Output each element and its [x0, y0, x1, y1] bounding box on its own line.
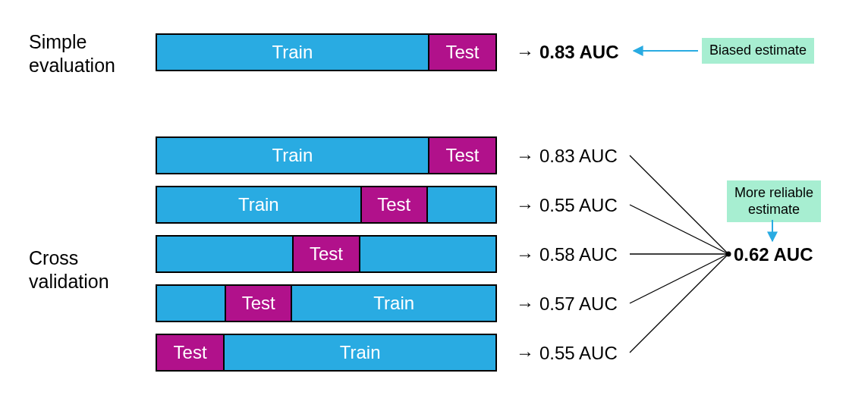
section-label-simple-text: Simple evaluation: [29, 31, 115, 76]
cv-bar-4: Test Train: [156, 284, 497, 322]
cv1-train: Train: [157, 138, 428, 173]
test-label: Test: [310, 243, 343, 265]
svg-line-7: [630, 254, 728, 353]
section-label-simple: Simple evaluation: [29, 30, 115, 78]
cv-result-4: 0.57 AUC: [539, 293, 618, 315]
simple-train-segment: Train: [157, 35, 428, 70]
arrow-icon: →: [516, 195, 534, 216]
cv4-train-left: [157, 286, 225, 321]
cv5-train: Train: [225, 335, 495, 370]
cv2-train-left: Train: [157, 187, 360, 222]
arrow-icon: →: [516, 343, 534, 364]
test-label: Test: [445, 42, 479, 63]
train-label: Train: [373, 293, 414, 314]
train-label: Train: [272, 145, 313, 166]
cv-bar-5: Test Train: [156, 334, 497, 372]
svg-line-3: [630, 155, 728, 254]
cv4-train-right: Train: [292, 286, 495, 321]
cv3-train-right: [360, 237, 495, 271]
cv3-test: Test: [292, 237, 360, 271]
tag-biased: Biased estimate: [702, 38, 814, 64]
tag-reliable: More reliable estimate: [727, 180, 821, 222]
test-label: Test: [445, 145, 479, 166]
cv-mean-result: 0.62 AUC: [734, 244, 813, 265]
train-label: Train: [272, 42, 313, 63]
test-label: Test: [242, 293, 275, 314]
cv-bar-2: Train Test: [156, 186, 497, 224]
cv-bar-3: Test: [156, 235, 497, 273]
section-label-cross-text: Cross validation: [29, 247, 109, 292]
test-label: Test: [377, 194, 410, 215]
train-label: Train: [238, 194, 279, 215]
simple-test-segment: Test: [428, 35, 495, 70]
svg-line-6: [630, 254, 728, 303]
arrow-icon: →: [516, 42, 534, 63]
cv2-train-right: [428, 187, 495, 222]
cv2-test: Test: [360, 187, 428, 222]
cv-result-1: 0.83 AUC: [539, 146, 618, 167]
simple-bar: Train Test: [156, 33, 497, 71]
cv3-train-left: [157, 237, 292, 271]
cv-result-2: 0.55 AUC: [539, 195, 618, 216]
svg-line-4: [630, 205, 728, 254]
cv-result-5: 0.55 AUC: [539, 343, 618, 364]
arrow-icon: →: [516, 146, 534, 167]
arrow-icon: →: [516, 293, 534, 315]
svg-point-2: [726, 252, 731, 257]
section-label-cross: Cross validation: [29, 246, 109, 294]
test-label: Test: [174, 342, 207, 363]
train-label: Train: [340, 342, 381, 363]
cv4-test: Test: [225, 286, 292, 321]
cv5-test: Test: [157, 335, 225, 370]
cv-result-3: 0.58 AUC: [539, 244, 618, 265]
arrow-icon: →: [516, 244, 534, 265]
cv-bar-1: Train Test: [156, 136, 497, 174]
cv1-test: Test: [428, 138, 495, 173]
simple-result: 0.83 AUC: [539, 42, 618, 63]
